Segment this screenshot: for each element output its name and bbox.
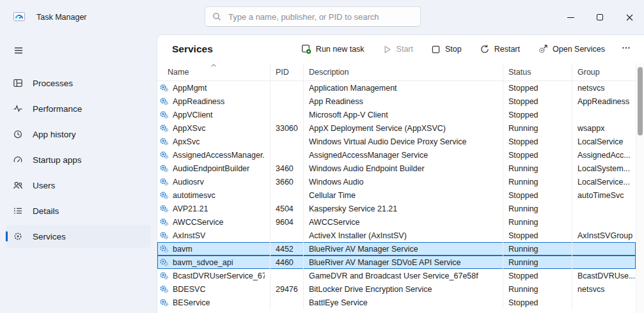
service-status: Running: [503, 162, 572, 175]
service-name-cell: AppXSvc: [157, 121, 271, 135]
service-pid: 4460: [271, 256, 304, 269]
sidebar-item-label: App history: [33, 130, 76, 139]
service-row[interactable]: bavm4452BlueRiver AV Manager ServiceRunn…: [157, 242, 636, 256]
search-box[interactable]: [205, 6, 421, 27]
service-gear-icon: [159, 177, 169, 187]
service-row[interactable]: bavm_sdvoe_api4460BlueRiver AV Manager S…: [157, 256, 636, 269]
service-row[interactable]: AssignedAccessManager...AssignedAccessMa…: [157, 148, 636, 162]
service-pid: [271, 95, 304, 108]
service-name-cell: AppReadiness: [157, 95, 271, 108]
service-row[interactable]: AppVClientMicrosoft App-V ClientStopped: [157, 108, 636, 121]
column-header-name[interactable]: Name: [157, 63, 271, 80]
sidebar-item-details[interactable]: Details: [6, 199, 151, 222]
service-gear-icon: [159, 231, 169, 240]
service-name: AppXSvc: [173, 124, 205, 133]
sidebar-item-services[interactable]: Services: [6, 225, 151, 248]
column-header-group[interactable]: Group: [572, 63, 636, 80]
sidebar-nav: Processes Performance App history: [0, 72, 157, 248]
service-group: LocalService...: [572, 175, 636, 188]
service-name-cell: AssignedAccessManager...: [157, 148, 271, 162]
maximize-icon: [597, 14, 603, 20]
service-name: AppReadiness: [173, 97, 224, 106]
service-pid: 4452: [271, 242, 304, 256]
service-row[interactable]: AxInstSVActiveX Installer (AxInstSV)Stop…: [157, 229, 636, 242]
minimize-button[interactable]: [556, 0, 585, 34]
minimize-icon: [567, 17, 574, 18]
task-manager-window: Task Manager: [0, 0, 644, 313]
sidebar-item-performance[interactable]: Performance: [6, 97, 151, 120]
service-status: Stopped: [503, 95, 572, 108]
column-header-status[interactable]: Status: [503, 63, 572, 80]
service-group: wsappx: [572, 121, 636, 135]
service-row[interactable]: BcastDVRUserService_67...GameDVR and Bro…: [157, 269, 636, 282]
scrollbar-thumb[interactable]: [638, 67, 643, 135]
start-label: Start: [397, 45, 413, 54]
sidebar-item-users[interactable]: Users: [6, 174, 151, 197]
maximize-button[interactable]: [585, 0, 615, 34]
sidebar-item-startup-apps[interactable]: Startup apps: [6, 148, 151, 171]
services-panel: Services Run new task Start: [157, 34, 644, 313]
service-gear-icon: [159, 217, 169, 227]
service-pid: [271, 296, 304, 309]
service-row[interactable]: AudioEndpointBuilder3460Windows Audio En…: [157, 162, 636, 175]
service-group: netsvcs: [572, 282, 636, 296]
service-pid: [271, 108, 304, 121]
service-row[interactable]: BEServiceBattlEye ServiceStopped: [157, 296, 636, 309]
service-description: GameDVR and Broadcast User Service_67e58…: [304, 269, 503, 282]
service-name: autotimesvc: [173, 191, 216, 200]
sidebar-item-label: Users: [33, 181, 55, 190]
column-header-description[interactable]: Description: [304, 63, 503, 80]
service-name: AudioEndpointBuilder: [173, 164, 249, 173]
service-name-cell: autotimesvc: [157, 188, 271, 202]
more-options-button[interactable]: [616, 38, 636, 60]
start-icon: [382, 45, 392, 54]
column-header-pid[interactable]: PID: [271, 63, 304, 80]
service-pid: 4504: [271, 202, 304, 215]
service-status: Stopped: [503, 108, 572, 121]
performance-icon: [13, 103, 23, 114]
service-row[interactable]: Audiosrv3660Windows AudioRunningLocalSer…: [157, 175, 636, 188]
service-row[interactable]: autotimesvcCellular TimeStoppedautoTimeS…: [157, 188, 636, 202]
service-name: Audiosrv: [173, 178, 204, 187]
service-gear-icon: [159, 257, 169, 267]
stop-button[interactable]: Stop: [424, 41, 469, 58]
service-row[interactable]: AppXSvc33060AppX Deployment Service (App…: [157, 121, 636, 135]
service-name-cell: AppMgmt: [157, 81, 271, 95]
service-name-cell: AppVClient: [157, 108, 271, 121]
service-name: bavm_sdvoe_api: [173, 258, 233, 267]
vertical-scrollbar[interactable]: [636, 63, 644, 313]
service-group: LocalSystem...: [572, 162, 636, 175]
details-icon: [13, 206, 23, 216]
service-name-cell: BDESVC: [157, 282, 271, 296]
service-group: autoTimeSvc: [572, 188, 636, 202]
service-name: BEService: [173, 298, 210, 307]
services-toolbar: Services Run new task Start: [157, 35, 644, 63]
service-description: Windows Audio Endpoint Builder: [304, 162, 503, 175]
service-row[interactable]: AppReadinessApp ReadinessStoppedAppReadi…: [157, 95, 636, 108]
open-services-button[interactable]: Open Services: [531, 40, 612, 58]
service-gear-icon: [159, 190, 169, 200]
service-pid: 3460: [271, 162, 304, 175]
service-name-cell: AWCCService: [157, 215, 271, 229]
service-gear-icon: [159, 96, 169, 106]
service-name: bavm: [173, 245, 192, 254]
service-group: [572, 256, 636, 269]
sidebar-item-processes[interactable]: Processes: [6, 72, 151, 95]
service-gear-icon: [159, 83, 169, 93]
service-row[interactable]: AWCCService9604AWCCServiceRunning: [157, 215, 636, 229]
run-new-task-button[interactable]: Run new task: [294, 40, 372, 58]
start-button[interactable]: Start: [375, 41, 420, 58]
restart-button[interactable]: Restart: [473, 40, 527, 58]
sidebar-item-app-history[interactable]: App history: [6, 123, 151, 146]
close-button[interactable]: [615, 0, 644, 34]
service-row[interactable]: BDESVC29476BitLocker Drive Encryption Se…: [157, 282, 636, 296]
service-description: AssignedAccessManager Service: [304, 148, 503, 162]
service-row[interactable]: ApxSvcWindows Virtual Audio Device Proxy…: [157, 135, 636, 148]
search-input[interactable]: [227, 11, 413, 22]
service-row[interactable]: AVP21.214504Kaspersky Service 21.21Runni…: [157, 202, 636, 215]
service-group: AppReadiness: [572, 95, 636, 108]
service-row[interactable]: AppMgmtApplication ManagementStoppednets…: [157, 81, 636, 95]
navigation-menu-button[interactable]: [6, 40, 31, 61]
service-group: [572, 202, 636, 215]
service-name: AVP21.21: [173, 204, 208, 213]
